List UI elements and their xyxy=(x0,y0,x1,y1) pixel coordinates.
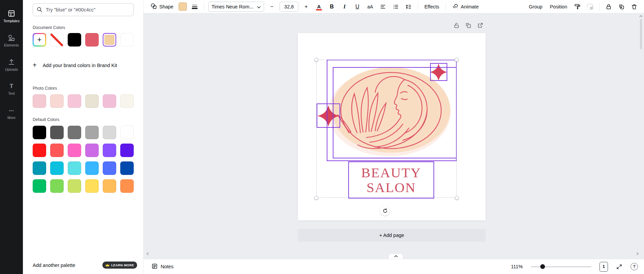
zoom-slider-thumb[interactable] xyxy=(540,264,545,269)
add-page-button[interactable]: + Add page xyxy=(298,229,486,242)
divider xyxy=(446,3,446,11)
help-button[interactable]: ? xyxy=(631,263,638,270)
color-swatch-black[interactable] xyxy=(68,33,81,47)
duplicate-button[interactable] xyxy=(616,2,626,12)
color-swatch[interactable] xyxy=(50,126,64,139)
duplicate-page-icon[interactable] xyxy=(465,22,472,30)
font-size-decrease-button[interactable]: − xyxy=(267,2,277,12)
animate-button[interactable]: Animate xyxy=(450,2,481,12)
rotate-handle[interactable] xyxy=(380,206,390,216)
scroll-up-arrow[interactable] xyxy=(639,15,643,18)
transparency-button[interactable] xyxy=(585,2,595,12)
text-color-button[interactable]: A xyxy=(314,2,324,12)
color-swatch[interactable] xyxy=(85,126,99,139)
scroll-right-arrow[interactable] xyxy=(636,251,639,257)
resize-handle-bottom-right[interactable] xyxy=(455,196,459,200)
sidebar-item-label: Text xyxy=(8,91,14,95)
color-swatch[interactable] xyxy=(120,126,134,139)
group-button[interactable]: Group xyxy=(526,2,545,12)
color-swatch[interactable] xyxy=(120,144,134,157)
notes-button[interactable]: Notes xyxy=(152,263,173,270)
color-swatch[interactable] xyxy=(33,94,46,108)
color-swatch[interactable] xyxy=(103,126,116,139)
color-swatch-white[interactable] xyxy=(120,33,134,47)
color-swatch[interactable] xyxy=(68,94,81,108)
shape-button[interactable]: Shape xyxy=(148,2,176,12)
color-swatch[interactable] xyxy=(33,161,46,175)
page-indicator[interactable]: 1 xyxy=(600,262,608,272)
resize-handle-top-right[interactable] xyxy=(455,58,459,62)
color-swatch[interactable] xyxy=(68,144,81,157)
zoom-slider-track[interactable] xyxy=(531,266,591,267)
color-swatch[interactable] xyxy=(33,144,46,157)
zoom-slider[interactable] xyxy=(531,264,591,269)
font-family-select[interactable]: Times Neue Rom... xyxy=(208,2,264,12)
color-swatch[interactable] xyxy=(50,179,64,193)
color-swatch[interactable] xyxy=(50,161,64,175)
border-style-button[interactable] xyxy=(190,2,200,12)
lock-button[interactable] xyxy=(604,2,614,12)
spacing-button[interactable] xyxy=(404,2,414,12)
fullscreen-button[interactable] xyxy=(616,264,622,270)
move-page-icon[interactable] xyxy=(477,22,483,30)
design-canvas[interactable]: BEAUTY SALON + Add page xyxy=(143,13,644,259)
copy-style-button[interactable] xyxy=(572,2,582,12)
add-color-button[interactable]: + xyxy=(33,33,46,47)
expand-panel-toggle[interactable] xyxy=(388,253,403,259)
color-swatch-peach-selected[interactable] xyxy=(103,33,116,47)
design-page[interactable]: BEAUTY SALON xyxy=(298,33,486,220)
list-button[interactable] xyxy=(391,2,401,12)
delete-button[interactable] xyxy=(629,2,639,12)
color-swatch[interactable] xyxy=(120,179,134,193)
text-color-bar xyxy=(316,9,322,10)
brand-kit-label: Add your brand colors in Brand Kit xyxy=(43,63,117,68)
color-swatch[interactable] xyxy=(68,179,81,193)
font-size-input[interactable]: 32,8 xyxy=(280,2,298,12)
sidebar-item-uploads[interactable]: Uploads xyxy=(0,53,23,77)
divider xyxy=(204,3,204,11)
elements-icon xyxy=(8,34,15,41)
color-swatch[interactable] xyxy=(85,179,99,193)
sidebar-item-text[interactable]: T Text xyxy=(0,77,23,101)
color-swatch[interactable] xyxy=(50,144,64,157)
color-swatch[interactable] xyxy=(68,161,81,175)
bold-button[interactable]: B xyxy=(327,2,337,12)
color-swatch[interactable] xyxy=(33,179,46,193)
color-swatch[interactable] xyxy=(85,161,99,175)
text-case-button[interactable]: aA xyxy=(365,2,375,12)
search-input[interactable] xyxy=(33,3,134,16)
color-swatch[interactable] xyxy=(103,94,116,108)
sidebar-item-elements[interactable]: Elements xyxy=(0,28,23,53)
lock-page-icon[interactable] xyxy=(453,22,460,30)
underline-button[interactable]: U xyxy=(352,2,362,12)
brand-kit-link[interactable]: + Add your brand colors in Brand Kit xyxy=(33,61,133,69)
italic-button[interactable]: I xyxy=(340,2,350,12)
color-swatch[interactable] xyxy=(85,94,99,108)
color-swatch[interactable] xyxy=(85,144,99,157)
color-swatch[interactable] xyxy=(103,144,116,157)
learn-more-button[interactable]: LEARN MORE xyxy=(102,262,137,269)
position-button[interactable]: Position xyxy=(547,2,570,12)
alignment-button[interactable] xyxy=(378,2,388,12)
color-swatch-red[interactable] xyxy=(85,33,99,47)
scrollbar-thumb[interactable] xyxy=(640,19,642,49)
effects-button[interactable]: Effects xyxy=(422,2,442,12)
resize-handle-top-left[interactable] xyxy=(314,58,318,62)
transparent-color-swatch[interactable] xyxy=(50,33,64,47)
color-swatch[interactable] xyxy=(68,126,81,139)
sidebar-item-templates[interactable]: Templates xyxy=(0,4,23,28)
color-swatch[interactable] xyxy=(50,94,64,108)
design-text-element[interactable]: BEAUTY SALON xyxy=(348,161,434,199)
color-swatch[interactable] xyxy=(120,94,134,108)
color-swatch[interactable] xyxy=(120,161,134,175)
resize-handle-bottom-left[interactable] xyxy=(314,196,318,200)
scroll-left-arrow[interactable] xyxy=(146,251,149,257)
sidebar-item-more[interactable]: ••• More xyxy=(0,101,23,125)
fill-color-swatch[interactable] xyxy=(179,2,187,11)
add-palette-link[interactable]: Add another palette xyxy=(33,263,75,268)
color-swatch[interactable] xyxy=(103,179,116,193)
font-size-increase-button[interactable]: + xyxy=(301,2,311,12)
color-swatch[interactable] xyxy=(103,161,116,175)
color-swatch[interactable] xyxy=(33,126,46,139)
vertical-scrollbar[interactable] xyxy=(639,15,643,49)
